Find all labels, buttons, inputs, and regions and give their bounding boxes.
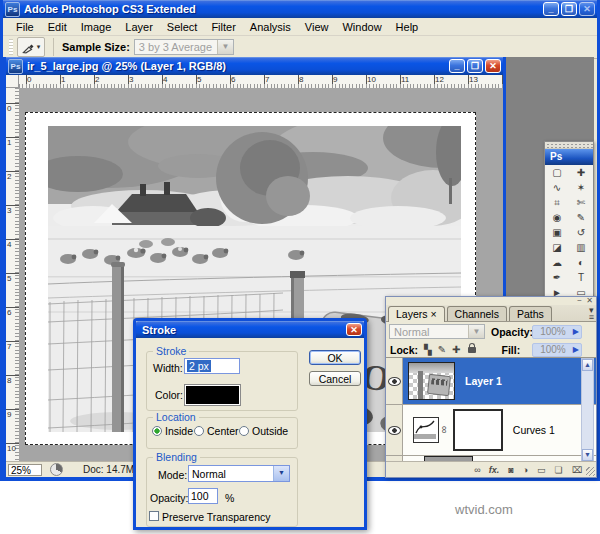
stroke-dialog-title-bar[interactable]: Stroke ✕ [136,321,364,338]
current-tool-button[interactable]: ▾ [17,37,45,57]
chevron-down-icon: ▼ [217,40,233,54]
tab-paths[interactable]: Paths [509,306,552,321]
tool-blur[interactable]: ☁ [545,255,569,270]
layer-style-icon[interactable]: fx. [489,464,500,476]
palette-close-button[interactable]: ✕ [586,296,593,305]
tool-magic-wand[interactable]: ✶ [569,180,593,195]
menu-item-image[interactable]: Image [74,20,119,34]
doc-minimize-button[interactable]: _ [449,59,465,73]
tool-gradient[interactable]: ▥ [569,240,593,255]
tools-palette-grip[interactable] [545,142,593,149]
visibility-cell[interactable] [386,405,403,455]
layer-row-layer1[interactable]: Layer 1 [386,358,596,405]
curves-adjustment-icon[interactable] [413,417,439,443]
tool-type[interactable]: T [569,270,593,285]
maximize-button[interactable]: ❐ [561,2,577,16]
scroll-up-icon[interactable]: ▲ [582,359,593,371]
palette-title-strip[interactable]: − ✕ [386,297,596,305]
tools-palette-header[interactable]: Ps [545,149,593,165]
mode-dropdown[interactable]: Normal ▼ [188,465,290,482]
layer-group-icon[interactable]: ▭ [537,464,546,476]
tool-slice[interactable]: ✄ [569,195,593,210]
layers-palette: − ✕ Layers × Channels Paths ▾≡ Normal ▼ … [385,296,597,478]
tool-rectangular-marquee[interactable]: ▢ [545,165,569,180]
eye-icon[interactable] [388,426,401,435]
options-separator [53,38,54,56]
tool-crop[interactable]: ⌗ [545,195,569,210]
tool-clone-stamp[interactable]: ▣ [545,225,569,240]
lock-paint-icon[interactable]: ✎ [438,345,446,355]
tool-history-brush[interactable]: ↺ [569,225,593,240]
delete-layer-icon[interactable]: ⌧ [572,464,582,476]
scroll-down-icon[interactable]: ▼ [582,449,593,461]
lock-transparency-icon[interactable]: ▚ [424,345,432,355]
layer-name[interactable]: Layer 1 [465,375,502,387]
layers-scrollbar[interactable]: ▲ ▼ [581,358,594,462]
adjustment-layer-icon[interactable]: ◑ [523,464,528,476]
menu-item-window[interactable]: Window [335,20,388,34]
tool-move[interactable]: ✚ [569,165,593,180]
cancel-button[interactable]: Cancel [309,371,361,386]
add-layer-mask-icon[interactable]: ◙ [508,464,513,476]
panel-menu-icon[interactable]: ▾≡ [589,307,594,321]
radio-inside[interactable]: Inside [152,425,193,437]
tool-lasso[interactable]: ∿ [545,180,569,195]
opacity-unit: % [225,492,234,504]
fill-arrow-icon[interactable]: ▶ [573,345,581,354]
tool-dodge[interactable]: ◐ [569,255,593,270]
link-mask-icon[interactable]: ∞ [439,426,451,434]
menu-item-layer[interactable]: Layer [118,20,160,34]
radio-outside[interactable]: Outside [239,425,288,437]
ok-button[interactable]: OK [309,350,361,365]
menu-item-edit[interactable]: Edit [41,20,74,34]
menu-item-filter[interactable]: Filter [204,20,242,34]
tools-palette: Ps ▢✚∿✶⌗✄◉✎▣↺◪▥☁◐✒T►▭ [544,141,594,301]
sample-size-label: Sample Size: [62,41,130,53]
color-swatch[interactable] [184,384,241,406]
minimize-button[interactable]: _ [543,2,559,16]
sample-size-dropdown[interactable]: 3 by 3 Average ▼ [134,39,234,55]
tool-pen[interactable]: ✒ [545,270,569,285]
doc-close-button[interactable]: ✕ [485,59,501,73]
lock-position-icon[interactable]: ✚ [452,345,460,355]
menu-item-select[interactable]: Select [160,20,205,34]
menu-item-analysis[interactable]: Analysis [243,20,298,34]
radio-icon [194,426,204,436]
tool-healing-brush[interactable]: ◉ [545,210,569,225]
tab-channels[interactable]: Channels [447,306,507,321]
width-input[interactable]: 2 px [184,358,240,374]
menu-item-view[interactable]: View [298,20,336,34]
layer-mask-thumbnail[interactable] [453,409,503,451]
tool-eraser[interactable]: ◪ [545,240,569,255]
eye-icon[interactable] [388,377,401,386]
tool-dropdown-arrow-icon[interactable]: ▾ [37,43,41,51]
link-layers-icon[interactable]: ∞ [474,464,479,476]
opacity-control[interactable]: 100% ▶ [532,325,582,339]
radio-center[interactable]: Center [194,425,239,437]
preserve-transparency-checkbox[interactable] [149,511,159,521]
menu-item-help[interactable]: Help [389,20,426,34]
zoom-level[interactable]: 25% [8,464,42,476]
doc-maximize-button[interactable]: ❐ [467,59,483,73]
menu-item-file[interactable]: File [9,20,41,34]
fill-control[interactable]: 100% ▶ [532,343,582,357]
visibility-cell[interactable] [386,358,403,404]
lock-all-icon[interactable] [468,347,476,353]
stroke-close-button[interactable]: ✕ [346,323,362,336]
new-layer-icon[interactable]: ❏ [555,464,563,476]
blend-mode-dropdown[interactable]: Normal ▼ [389,324,485,339]
dlg-opacity-input[interactable]: 100 [188,488,218,504]
scrubby-zoom-icon[interactable] [50,463,63,476]
app-title-bar[interactable]: Ps Adobe Photoshop CS3 Extended _ ❐ ✕ [3,0,597,18]
tool-brush[interactable]: ✎ [569,210,593,225]
document-title: ir_5_large.jpg @ 25% (Layer 1, RGB/8) [27,60,445,72]
palette-minimize-button[interactable]: − [577,296,582,305]
document-title-bar[interactable]: Ps ir_5_large.jpg @ 25% (Layer 1, RGB/8)… [6,57,503,75]
layer1-thumbnail[interactable] [408,362,455,400]
tab-layers[interactable]: Layers × [388,306,445,322]
opacity-arrow-icon[interactable]: ▶ [573,327,581,336]
close-button[interactable]: ✕ [579,2,595,16]
layer-name[interactable]: Curves 1 [513,424,555,436]
palette-resize-grip[interactable] [586,467,595,476]
layer-row-curves1[interactable]: ∞ Curves 1 [386,405,596,456]
